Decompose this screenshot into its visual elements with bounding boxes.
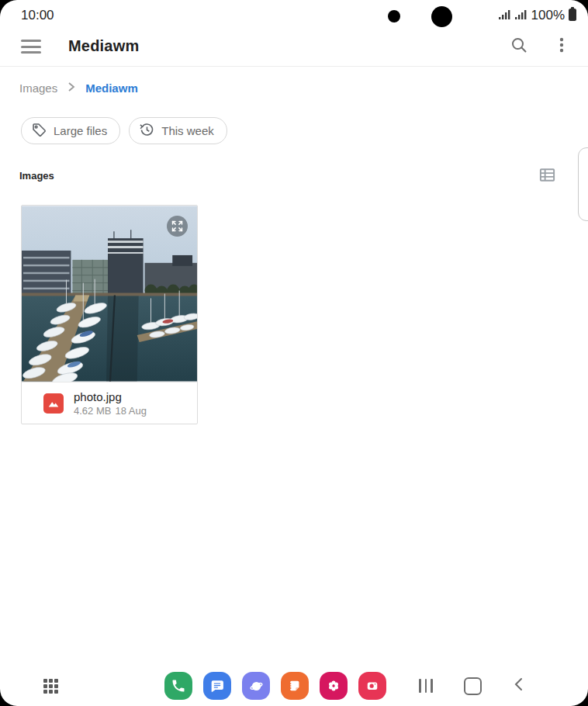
hamburger-menu-icon[interactable] <box>21 40 41 54</box>
expand-button[interactable] <box>167 216 188 237</box>
phone-app-icon[interactable] <box>164 672 192 700</box>
breadcrumb-current[interactable]: Mediawm <box>85 81 138 95</box>
breadcrumb: Images Mediawm <box>19 81 138 95</box>
camera-cutout-small <box>388 10 400 22</box>
internet-app-icon[interactable] <box>242 672 270 700</box>
breadcrumb-chevron-icon <box>67 81 76 95</box>
chip-large-files[interactable]: Large files <box>21 117 120 144</box>
file-date: 18 Aug <box>115 405 147 417</box>
battery-icon <box>568 7 577 24</box>
chip-label: This week <box>161 124 214 137</box>
status-time: 10:00 <box>21 8 54 23</box>
chip-this-week[interactable]: This week <box>129 117 227 144</box>
file-size: 4.62 MB <box>74 405 111 417</box>
app-grid-icon[interactable] <box>43 678 59 694</box>
home-button[interactable] <box>463 677 482 695</box>
chip-label: Large files <box>54 124 107 137</box>
notes-app-icon[interactable] <box>281 672 309 700</box>
edge-panel-handle[interactable] <box>578 147 588 221</box>
section-title: Images <box>19 170 54 182</box>
filter-chips: Large files This week <box>21 117 227 144</box>
recents-icon <box>419 679 432 693</box>
photo-thumbnail[interactable] <box>22 206 197 382</box>
more-options-button[interactable] <box>549 34 574 59</box>
status-icons: 100% <box>499 7 577 24</box>
history-icon <box>139 122 155 140</box>
search-button[interactable] <box>507 34 531 59</box>
list-view-icon <box>538 166 556 187</box>
camera-cutout-large <box>431 6 452 27</box>
phone-screen: 10:00 100% Mediawm Images Mediawm <box>0 0 588 706</box>
signal-bars-icon-2 <box>515 9 528 23</box>
camera-app-icon[interactable] <box>358 672 386 700</box>
tag-icon <box>31 122 47 140</box>
page-title: Mediawm <box>68 37 139 55</box>
app-dock <box>164 672 386 700</box>
home-icon <box>464 677 482 695</box>
file-name: photo.jpg <box>74 390 147 403</box>
file-info: photo.jpg 4.62 MB 18 Aug <box>22 382 197 424</box>
breadcrumb-parent[interactable]: Images <box>19 81 57 95</box>
recents-button[interactable] <box>417 677 435 695</box>
back-button[interactable] <box>510 677 528 695</box>
file-card[interactable]: photo.jpg 4.62 MB 18 Aug <box>21 205 198 424</box>
battery-percent: 100% <box>531 8 565 23</box>
messages-app-icon[interactable] <box>203 672 231 700</box>
more-vert-icon <box>552 36 571 57</box>
list-view-toggle-button[interactable] <box>537 166 557 186</box>
file-meta: 4.62 MB 18 Aug <box>74 405 147 417</box>
appbar-divider <box>0 66 588 67</box>
back-icon <box>511 677 527 695</box>
image-file-icon <box>43 393 64 414</box>
gallery-app-icon[interactable] <box>320 672 348 700</box>
signal-bars-icon <box>499 9 512 23</box>
search-icon <box>510 36 528 57</box>
expand-icon <box>171 220 184 233</box>
